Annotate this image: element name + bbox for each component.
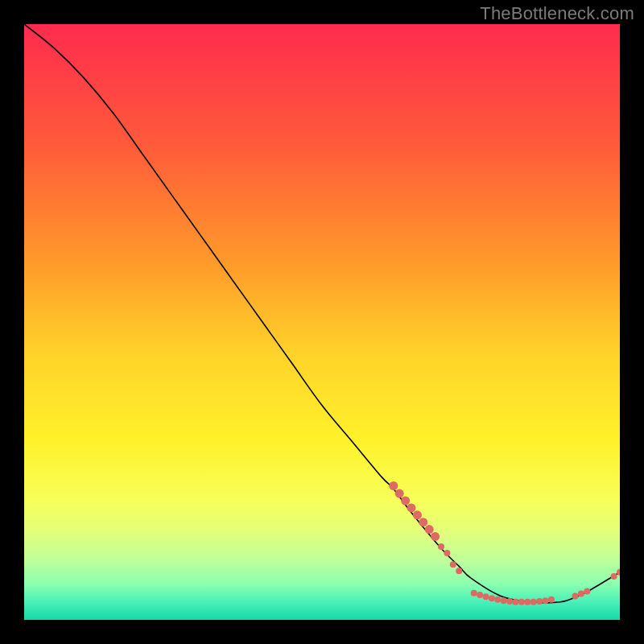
highlight-point — [518, 599, 525, 605]
highlight-point — [401, 497, 410, 506]
highlight-point — [543, 597, 549, 604]
highlight-point — [444, 550, 450, 556]
chart-svg — [24, 24, 620, 620]
highlight-point — [572, 592, 579, 599]
highlight-point — [489, 595, 495, 601]
highlight-point — [548, 597, 555, 603]
highlight-point — [494, 597, 501, 603]
highlight-point — [584, 588, 590, 594]
highlight-point — [483, 593, 489, 600]
highlight-point — [413, 510, 422, 519]
highlight-point — [419, 518, 427, 526]
highlight-point — [611, 573, 617, 580]
highlight-point — [431, 532, 440, 541]
highlight-point — [456, 568, 462, 574]
highlight-point — [477, 592, 483, 598]
highlight-point — [471, 590, 477, 597]
highlight-point — [536, 598, 543, 605]
watermark-text: TheBottleneck.com — [480, 3, 634, 24]
highlight-point — [578, 590, 584, 597]
highlight-point — [389, 481, 398, 490]
highlight-point — [407, 503, 416, 512]
plot-area — [24, 24, 620, 620]
highlight-point — [524, 599, 530, 605]
highlight-point — [395, 489, 404, 498]
highlight-point — [450, 561, 456, 568]
chart-stage: TheBottleneck.com — [0, 0, 644, 644]
highlight-point — [530, 599, 537, 605]
highlight-point — [425, 525, 434, 534]
highlight-point — [501, 597, 507, 604]
highlight-point — [438, 543, 444, 550]
highlight-point — [506, 598, 513, 605]
highlight-point — [513, 599, 519, 605]
